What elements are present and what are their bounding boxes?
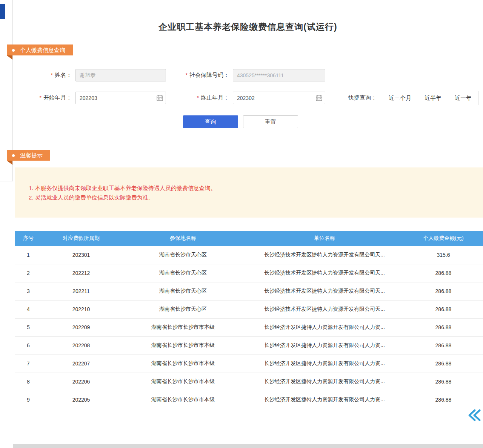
section-header-personal-payment-query: 个人缴费信息查询	[7, 44, 73, 55]
cell-period: 202210	[42, 300, 121, 318]
cell-insured-place: 湖南省长沙市天心区	[121, 264, 245, 282]
sidebar-collapsed-tab[interactable]	[0, 4, 5, 19]
quick-1-year-button[interactable]: 近一年	[448, 91, 478, 105]
page-title: 企业职工基本养老保险缴费信息查询(试运行)	[13, 0, 483, 33]
main-content: 企业职工基本养老保险缴费信息查询(试运行) 个人缴费信息查询 *姓名： *社会保…	[13, 0, 483, 448]
cell-employer: 长沙经济开发区捷特人力资源开发有限公司人力资...	[245, 354, 404, 373]
cell-employer: 长沙经济技术开发区捷特人力资源开发有限公司天...	[245, 300, 404, 318]
tips-line: 1. 本服务仅提供尚未领取企业职工基本养老保险待遇人员的缴费信息查询。	[29, 183, 483, 193]
query-button[interactable]: 查询	[183, 115, 238, 128]
calendar-icon[interactable]	[316, 95, 322, 101]
cell-insured-place: 湖南省长沙市长沙市市本级	[121, 336, 245, 354]
cell-amount: 286.88	[404, 354, 483, 373]
cell-insured-place: 湖南省长沙市长沙市市本级	[121, 391, 245, 409]
name-label: *姓名：	[13, 72, 72, 79]
col-header-period: 对应费款所属期	[42, 231, 121, 246]
reset-button[interactable]: 重置	[243, 115, 298, 128]
payment-table-body: 1 202301 湖南省长沙市天心区 长沙经济技术开发区捷特人力资源开发有限公司…	[15, 246, 483, 409]
required-asterisk: *	[186, 72, 188, 78]
tips-box: 1. 本服务仅提供尚未领取企业职工基本养老保险待遇人员的缴费信息查询。 2. 灵…	[15, 167, 483, 218]
cell-period: 202212	[42, 264, 121, 282]
cell-period: 202207	[42, 354, 121, 373]
table-row: 8 202206 湖南省长沙市长沙市市本级 长沙经济开发区捷特人力资源开发有限公…	[15, 373, 483, 391]
col-header-insured-place: 参保地名称	[121, 231, 245, 246]
required-asterisk: *	[197, 95, 199, 101]
cell-seq: 6	[15, 336, 42, 354]
cell-insured-place: 湖南省长沙市长沙市市本级	[121, 373, 245, 391]
quick-query-label: 快捷查询：	[348, 94, 377, 101]
cell-employer: 长沙经济开发区捷特人力资源开发有限公司人力资...	[245, 336, 404, 354]
cell-seq: 4	[15, 300, 42, 318]
end-month-label: *终止年月：	[166, 94, 229, 101]
double-chevron-left-icon[interactable]	[467, 408, 481, 422]
cell-amount: 286.88	[404, 391, 483, 409]
table-row: 3 202211 湖南省长沙市天心区 长沙经济技术开发区捷特人力资源开发有限公司…	[15, 282, 483, 300]
section-header-tips: 温馨提示	[7, 150, 50, 161]
cell-seq: 1	[15, 246, 42, 264]
cell-seq: 9	[15, 391, 42, 409]
cell-seq: 3	[15, 282, 42, 300]
cell-amount: 286.88	[404, 318, 483, 336]
cell-period: 202208	[42, 336, 121, 354]
cell-employer: 长沙经济开发区捷特人力资源开发有限公司人力资...	[245, 391, 404, 409]
payment-table: 序号 对应费款所属期 参保地名称 单位名称 个人缴费金额(元) 1 202301…	[15, 231, 483, 409]
bullet-dot-icon	[12, 49, 15, 52]
bullet-dot-icon	[12, 154, 15, 157]
cell-insured-place: 湖南省长沙市长沙市市本级	[121, 354, 245, 373]
cell-amount: 315.6	[404, 246, 483, 264]
cell-seq: 7	[15, 354, 42, 373]
calendar-icon[interactable]	[157, 95, 163, 101]
table-row: 7 202207 湖南省长沙市长沙市市本级 长沙经济开发区捷特人力资源开发有限公…	[15, 354, 483, 373]
cell-period: 202301	[42, 246, 121, 264]
col-header-employer: 单位名称	[245, 231, 404, 246]
cell-insured-place: 湖南省长沙市天心区	[121, 300, 245, 318]
quick-3-months-button[interactable]: 近三个月	[382, 91, 418, 105]
cell-insured-place: 湖南省长沙市天心区	[121, 246, 245, 264]
payment-table-wrap: 序号 对应费款所属期 参保地名称 单位名称 个人缴费金额(元) 1 202301…	[15, 231, 483, 409]
cell-amount: 286.88	[404, 264, 483, 282]
cell-amount: 286.88	[404, 336, 483, 354]
end-month-input[interactable]	[233, 92, 325, 104]
cell-employer: 长沙经济技术开发区捷特人力资源开发有限公司天...	[245, 246, 404, 264]
cell-insured-place: 湖南省长沙市长沙市市本级	[121, 318, 245, 336]
ssn-input[interactable]	[233, 69, 325, 81]
cell-amount: 286.88	[404, 300, 483, 318]
quick-query-group: 近三个月 近半年 近一年	[382, 91, 478, 105]
query-form: *姓名： *社会保障号码： *开始年月： *终止年月：	[13, 69, 483, 128]
table-row: 9 202205 湖南省长沙市长沙市市本级 长沙经济开发区捷特人力资源开发有限公…	[15, 391, 483, 409]
table-row: 6 202208 湖南省长沙市长沙市市本级 长沙经济开发区捷特人力资源开发有限公…	[15, 336, 483, 354]
cell-seq: 8	[15, 373, 42, 391]
section-header-label: 温馨提示	[20, 152, 43, 158]
start-month-input[interactable]	[75, 92, 166, 104]
table-row: 1 202301 湖南省长沙市天心区 长沙经济技术开发区捷特人力资源开发有限公司…	[15, 246, 483, 264]
start-month-label: *开始年月：	[13, 94, 72, 101]
cell-amount: 286.88	[404, 282, 483, 300]
cell-employer: 长沙经济开发区捷特人力资源开发有限公司人力资...	[245, 373, 404, 391]
table-header-row: 序号 对应费款所属期 参保地名称 单位名称 个人缴费金额(元)	[15, 231, 483, 246]
ssn-label: *社会保障号码：	[166, 72, 229, 79]
cell-insured-place: 湖南省长沙市天心区	[121, 282, 245, 300]
bottom-scrollbar-track[interactable]	[13, 444, 483, 448]
cell-period: 202209	[42, 318, 121, 336]
cell-period: 202205	[42, 391, 121, 409]
cell-employer: 长沙经济开发区捷特人力资源开发有限公司人力资...	[245, 318, 404, 336]
cell-seq: 2	[15, 264, 42, 282]
col-header-amount: 个人缴费金额(元)	[404, 231, 483, 246]
cell-amount: 286.88	[404, 373, 483, 391]
cell-employer: 长沙经济技术开发区捷特人力资源开发有限公司天...	[245, 264, 404, 282]
cell-seq: 5	[15, 318, 42, 336]
name-input[interactable]	[75, 69, 166, 81]
table-row: 2 202212 湖南省长沙市天心区 长沙经济技术开发区捷特人力资源开发有限公司…	[15, 264, 483, 282]
required-asterisk: *	[51, 72, 53, 78]
tips-line: 2. 灵活就业人员的缴费单位信息以实际缴费为准。	[29, 193, 483, 202]
quick-half-year-button[interactable]: 近半年	[418, 91, 448, 105]
table-row: 5 202209 湖南省长沙市长沙市市本级 长沙经济开发区捷特人力资源开发有限公…	[15, 318, 483, 336]
section-header-label: 个人缴费信息查询	[20, 47, 65, 53]
col-header-seq: 序号	[15, 231, 42, 246]
cell-employer: 长沙经济技术开发区捷特人力资源开发有限公司天...	[245, 282, 404, 300]
table-row: 4 202210 湖南省长沙市天心区 长沙经济技术开发区捷特人力资源开发有限公司…	[15, 300, 483, 318]
cell-period: 202211	[42, 282, 121, 300]
cell-period: 202206	[42, 373, 121, 391]
required-asterisk: *	[40, 95, 42, 101]
